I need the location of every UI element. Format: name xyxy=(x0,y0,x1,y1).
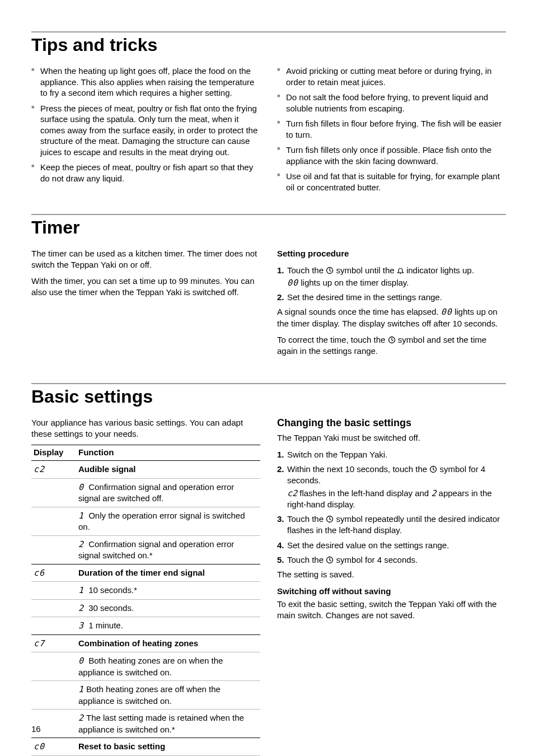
list-item: Keep the pieces of meat, poultry or fish… xyxy=(31,162,260,184)
timer-intro-2: With the timer, you can set a time up to… xyxy=(31,276,260,297)
opt-text: Only the operation error signal is switc… xyxy=(78,511,245,532)
step-1: 1. Touch the symbol until the indicator … xyxy=(277,265,506,289)
table-row: 2The last setting made is retained when … xyxy=(31,710,260,738)
display-code: c7 xyxy=(34,638,45,648)
col-function: Function xyxy=(76,445,260,461)
list-item: Avoid pricking or cutting meat before or… xyxy=(277,66,506,87)
timer-columns: The timer can be used as a kitchen timer… xyxy=(31,248,506,362)
tips-list-left: When the heating up light goes off, plac… xyxy=(31,66,260,184)
list-item: Use oil and fat that is suitable for fry… xyxy=(277,171,506,193)
table-row: c2 Audible signal xyxy=(31,461,260,479)
changing-intro: The Teppan Yaki must be switched off. xyxy=(277,432,506,444)
page-number: 16 xyxy=(31,724,41,734)
display-code: c6 xyxy=(34,568,45,578)
opt-symbol: 0 xyxy=(78,482,86,493)
changing-heading: Changing the basic settings xyxy=(277,417,506,429)
clock-icon xyxy=(429,465,437,473)
display-glyph: 00 xyxy=(441,307,452,317)
table-row: 1Both heating zones are off when the app… xyxy=(31,681,260,710)
settings-table: Display Function c2 Audible signal 0 Con… xyxy=(31,445,260,756)
heading-basic: Basic settings xyxy=(31,386,506,407)
table-row: 0 Confirmation signal and operation erro… xyxy=(31,478,260,507)
list-item: When the heating up light goes off, plac… xyxy=(31,66,260,99)
table-row: c0 Reset to basic setting xyxy=(31,738,260,756)
opt-text: 10 seconds.* xyxy=(86,585,137,595)
step-5: 5. Touch the symbol for 4 seconds. xyxy=(277,554,506,566)
list-item: Turn fish fillets only once if possible.… xyxy=(277,144,506,166)
opt-text: 30 seconds. xyxy=(86,603,134,613)
row-header: Audible signal xyxy=(76,461,260,479)
tips-columns: When the heating up light goes off, plac… xyxy=(31,66,506,197)
table-row: 2 30 seconds. xyxy=(31,599,260,617)
col-display: Display xyxy=(31,445,76,461)
switch-off-heading: Switching off without saving xyxy=(277,586,506,597)
opt-text: Confirmation signal and operation error … xyxy=(78,539,234,561)
list-item: Turn fish fillets in flour before frying… xyxy=(277,118,506,140)
opt-text: Both heating zones are off when the appl… xyxy=(78,684,221,706)
step-2: 2. Within the next 10 seconds, touch the… xyxy=(277,464,506,510)
opt-text: 1 minute. xyxy=(86,620,123,630)
step-text: Set the desired time in the settings ran… xyxy=(287,292,442,302)
opt-symbol: 0 xyxy=(78,656,86,667)
svg-point-1 xyxy=(400,273,401,274)
table-row: c7 Combination of heating zones xyxy=(31,634,260,652)
table-row: 1 10 seconds.* xyxy=(31,582,260,600)
display-code: c0 xyxy=(34,741,45,752)
step-text: indicator lights up. xyxy=(404,265,474,275)
list-item: Press the pieces of meat, poultry or fis… xyxy=(31,103,260,158)
step-text: symbol until the xyxy=(334,265,397,275)
table-row: 0 Both heating zones are on when the app… xyxy=(31,652,260,681)
clock-icon xyxy=(326,267,334,274)
heading-timer: Timer xyxy=(31,217,506,238)
table-row: 1 Only the operation error signal is swi… xyxy=(31,507,260,535)
setting-procedure-heading: Setting procedure xyxy=(277,248,506,259)
setting-saved: The setting is saved. xyxy=(277,569,506,580)
changing-steps: 1.Switch on the Teppan Yaki. 2. Within t… xyxy=(277,449,506,566)
timer-steps: 1. Touch the symbol until the indicator … xyxy=(277,265,506,304)
section-rule xyxy=(31,214,506,215)
display-glyph: 00 xyxy=(287,278,298,288)
step-text: Touch the xyxy=(287,265,326,275)
display-glyph: c2 xyxy=(287,488,297,498)
display-code: c2 xyxy=(34,464,45,474)
timer-after: A signal sounds once the time has elapse… xyxy=(277,306,506,329)
opt-text: Confirmation signal and operation error … xyxy=(78,482,234,503)
timer-intro-1: The timer can be used as a kitchen timer… xyxy=(31,248,260,270)
opt-symbol: 1 xyxy=(78,585,86,596)
opt-symbol: 1 xyxy=(78,684,86,696)
basic-columns: Your appliance has various basic setting… xyxy=(31,417,506,756)
clock-icon xyxy=(388,336,396,344)
tips-list-right: Avoid pricking or cutting meat before or… xyxy=(277,66,506,193)
clock-icon xyxy=(326,556,334,564)
timer-correct: To correct the time, touch the symbol an… xyxy=(277,334,506,356)
opt-symbol: 1 xyxy=(78,511,86,522)
bell-icon xyxy=(397,267,404,274)
step-3: 3. Touch the symbol repeatedly until the… xyxy=(277,514,506,536)
row-header: Combination of heating zones xyxy=(76,634,260,652)
opt-text: The last setting made is retained when t… xyxy=(78,713,244,734)
opt-symbol: 3 xyxy=(78,620,86,632)
opt-symbol: 2 xyxy=(78,713,86,724)
step-1: 1.Switch on the Teppan Yaki. xyxy=(277,449,506,460)
step-text: lights up on the timer display. xyxy=(298,278,409,287)
opt-symbol: 2 xyxy=(78,603,86,614)
list-item: Do not salt the food before frying, to p… xyxy=(277,92,506,114)
opt-symbol: 2 xyxy=(78,539,86,550)
step-4: 4.Set the desired value on the settings … xyxy=(277,540,506,551)
table-row: 2 Confirmation signal and operation erro… xyxy=(31,535,260,564)
opt-text: Both heating zones are on when the appli… xyxy=(78,656,223,677)
row-header: Duration of the timer end signal xyxy=(76,564,260,582)
heading-tips: Tips and tricks xyxy=(31,35,506,55)
clock-icon xyxy=(326,515,334,523)
section-rule xyxy=(31,31,506,32)
row-header: Reset to basic setting xyxy=(76,738,260,756)
basic-intro: Your appliance has various basic setting… xyxy=(31,417,260,439)
table-row: 3 1 minute. xyxy=(31,617,260,635)
section-rule xyxy=(31,383,506,384)
step-2: 2. Set the desired time in the settings … xyxy=(277,292,506,303)
switch-off-body: To exit the basic setting, switch the Te… xyxy=(277,599,506,620)
table-row: c6 Duration of the timer end signal xyxy=(31,564,260,582)
